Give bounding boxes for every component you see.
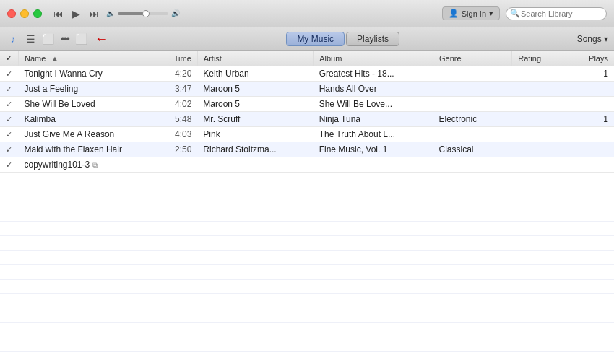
col-header-time[interactable]: Time bbox=[168, 51, 197, 66]
cell-genre bbox=[433, 97, 511, 112]
cell-artist: Pink bbox=[197, 127, 313, 142]
cell-time: 4:02 bbox=[168, 97, 197, 112]
cell-plays bbox=[571, 157, 614, 173]
volume-thumb[interactable] bbox=[142, 10, 150, 17]
cell-plays: 1 bbox=[571, 112, 614, 127]
cell-genre bbox=[433, 82, 511, 97]
col-header-artist[interactable]: Artist bbox=[197, 51, 313, 66]
col-header-rating[interactable]: Rating bbox=[512, 51, 571, 66]
table-row[interactable]: ✓copywriting101-3⧉ bbox=[0, 157, 614, 173]
cell-artist: Maroon 5 bbox=[197, 97, 313, 112]
cell-check: ✓ bbox=[0, 97, 19, 112]
cell-genre: Electronic bbox=[433, 112, 511, 127]
close-button[interactable] bbox=[7, 9, 16, 18]
cell-name: She Will Be Loved bbox=[19, 97, 168, 112]
volume-low-icon: 🔈 bbox=[106, 9, 115, 17]
tab-group: My Music Playlists bbox=[112, 32, 574, 46]
music-table: ✓ Name ▲ Time Artist Album Genre Rating … bbox=[0, 51, 614, 173]
cell-name: Tonight I Wanna Cry bbox=[19, 66, 168, 82]
table-header-row: ✓ Name ▲ Time Artist Album Genre Rating … bbox=[0, 51, 614, 66]
table-row[interactable]: ✓Kalimba5:48Mr. ScruffNinja TunaElectron… bbox=[0, 112, 614, 127]
cell-rating bbox=[512, 127, 571, 142]
col-header-album[interactable]: Album bbox=[314, 51, 433, 66]
cell-album: The Truth About L... bbox=[314, 127, 433, 142]
cell-check: ✓ bbox=[0, 112, 19, 127]
main-content: ✓ Name ▲ Time Artist Album Genre Rating … bbox=[0, 51, 614, 364]
volume-track[interactable] bbox=[118, 12, 168, 15]
cell-time: 3:47 bbox=[168, 82, 197, 97]
cell-check: ✓ bbox=[0, 127, 19, 142]
col-header-name[interactable]: Name ▲ bbox=[19, 51, 168, 66]
play-button[interactable]: ▶ bbox=[71, 6, 82, 21]
cell-rating bbox=[512, 142, 571, 157]
cell-genre bbox=[433, 157, 511, 173]
cell-album: Ninja Tuna bbox=[314, 112, 433, 127]
sort-arrow-icon: ▲ bbox=[51, 54, 59, 63]
music-note-icon[interactable]: ♪ bbox=[6, 32, 20, 46]
table-body: ✓Tonight I Wanna Cry4:20Keith UrbanGreat… bbox=[0, 66, 614, 173]
cell-artist: Richard Stoltzma... bbox=[197, 142, 313, 157]
cell-name: Maid with the Flaxen Hair bbox=[19, 142, 168, 157]
cell-plays bbox=[571, 127, 614, 142]
col-header-check[interactable]: ✓ bbox=[0, 51, 19, 66]
cell-name: Kalimba bbox=[19, 112, 168, 127]
cell-rating bbox=[512, 66, 571, 82]
cell-time: 4:03 bbox=[168, 127, 197, 142]
tab-my-music[interactable]: My Music bbox=[286, 32, 345, 46]
cell-artist: Mr. Scruff bbox=[197, 112, 313, 127]
dropdown-arrow-icon: ▾ bbox=[489, 9, 493, 18]
cell-time: 4:20 bbox=[168, 66, 197, 82]
cell-album: She Will Be Love... bbox=[314, 97, 433, 112]
copy-icon: ⧉ bbox=[92, 161, 98, 169]
minimize-button[interactable] bbox=[20, 9, 29, 18]
search-icon: 🔍 bbox=[510, 9, 520, 18]
cell-check: ✓ bbox=[0, 66, 19, 82]
table-row[interactable]: ✓Maid with the Flaxen Hair2:50Richard St… bbox=[0, 142, 614, 157]
songs-dropdown[interactable]: Songs ▾ bbox=[577, 34, 608, 44]
content-area: ✓ Name ▲ Time Artist Album Genre Rating … bbox=[0, 51, 614, 364]
cell-rating bbox=[512, 97, 571, 112]
arrow-icon: ← bbox=[95, 30, 109, 47]
tab-playlists[interactable]: Playlists bbox=[346, 32, 399, 46]
maximize-button[interactable] bbox=[33, 9, 42, 18]
table-row[interactable]: ✓She Will Be Loved4:02Maroon 5She Will B… bbox=[0, 97, 614, 112]
list-view-icon[interactable]: ☰ bbox=[23, 32, 38, 46]
cell-artist: Keith Urban bbox=[197, 66, 313, 82]
empty-area bbox=[0, 207, 614, 364]
cell-check: ✓ bbox=[0, 142, 19, 157]
toolbar: ♪ ☰ ⬜ ••• ⬜ ← My Music Playlists Songs ▾ bbox=[0, 27, 614, 51]
cell-genre bbox=[433, 66, 511, 82]
table-row[interactable]: ✓Just Give Me A Reason4:03PinkThe Truth … bbox=[0, 127, 614, 142]
title-bar-right: 👤 Sign In ▾ 🔍 bbox=[442, 6, 607, 20]
cell-rating bbox=[512, 157, 571, 173]
cell-genre: Classical bbox=[433, 142, 511, 157]
cell-check: ✓ bbox=[0, 82, 19, 97]
fast-forward-button[interactable]: ⏭ bbox=[87, 6, 100, 21]
sign-in-label: Sign In bbox=[462, 9, 486, 18]
cell-name: copywriting101-3⧉ bbox=[19, 157, 168, 173]
cell-check: ✓ bbox=[0, 157, 19, 173]
volume-high-icon: 🔊 bbox=[171, 9, 180, 17]
sidebar-toggle-icon[interactable]: ⬜ bbox=[74, 32, 89, 46]
rewind-button[interactable]: ⏮ bbox=[52, 6, 65, 21]
playback-controls: ⏮ ▶ ⏭ bbox=[52, 6, 100, 21]
traffic-lights bbox=[7, 9, 42, 18]
table-row[interactable]: ✓Tonight I Wanna Cry4:20Keith UrbanGreat… bbox=[0, 66, 614, 82]
table-row[interactable]: ✓Just a Feeling3:47Maroon 5Hands All Ove… bbox=[0, 82, 614, 97]
search-input[interactable] bbox=[506, 7, 607, 20]
cell-album: Hands All Over bbox=[314, 82, 433, 97]
cell-plays: 1 bbox=[571, 66, 614, 82]
screen-icon[interactable]: ⬜ bbox=[40, 32, 55, 46]
cell-album: Fine Music, Vol. 1 bbox=[314, 142, 433, 157]
col-header-genre[interactable]: Genre bbox=[433, 51, 511, 66]
volume-slider[interactable]: 🔈 🔊 bbox=[106, 9, 180, 17]
sign-in-button[interactable]: 👤 Sign In ▾ bbox=[442, 6, 500, 20]
more-options-button[interactable]: ••• bbox=[58, 32, 72, 46]
table-container: ✓ Name ▲ Time Artist Album Genre Rating … bbox=[0, 51, 614, 207]
col-header-plays[interactable]: Plays bbox=[571, 51, 614, 66]
cell-album bbox=[314, 157, 433, 173]
cell-album: Greatest Hits - 18... bbox=[314, 66, 433, 82]
cell-rating bbox=[512, 82, 571, 97]
cell-genre bbox=[433, 127, 511, 142]
cell-name: Just a Feeling bbox=[19, 82, 168, 97]
